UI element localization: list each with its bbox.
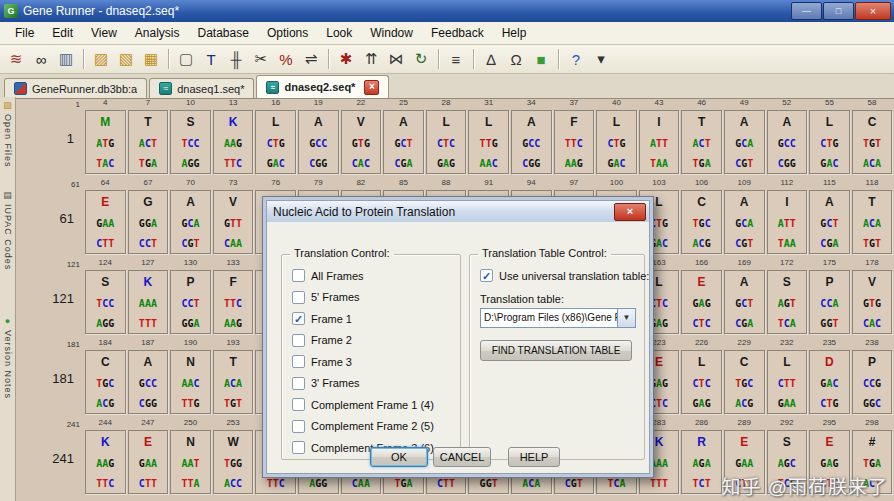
- menu-options[interactable]: Options: [258, 24, 317, 42]
- align-icon[interactable]: ⇈: [359, 47, 383, 71]
- codon-cell[interactable]: 25AGCTCGA: [382, 98, 425, 178]
- codon-cell[interactable]: 49AGCACGT: [723, 98, 766, 178]
- codon-cell[interactable]: 109AGCACGT: [723, 178, 766, 258]
- open-folder-icon[interactable]: ▨: [89, 47, 113, 71]
- help-icon[interactable]: ?: [564, 47, 588, 71]
- codon-cell[interactable]: 238PCCGGGC: [851, 338, 894, 418]
- codon-cell[interactable]: 4MATGTAC: [84, 98, 127, 178]
- cancel-button[interactable]: CANCEL: [433, 447, 491, 467]
- triangle-icon[interactable]: ∆: [479, 47, 503, 71]
- minimize-button[interactable]: —: [791, 2, 822, 20]
- codon-cell[interactable]: 73VGTTCAA: [212, 178, 255, 258]
- codon-cell[interactable]: 232LCTTGAA: [766, 338, 809, 418]
- codon-cell[interactable]: 118TACATGT: [851, 178, 894, 258]
- ok-button[interactable]: OK: [370, 447, 428, 467]
- new-document-icon[interactable]: ▢: [174, 47, 198, 71]
- codon-cell[interactable]: 31LTTGAAC: [467, 98, 510, 178]
- checkbox-complement-frame-1[interactable]: [292, 398, 305, 411]
- text-tool-icon[interactable]: T: [199, 47, 223, 71]
- codon-cell[interactable]: 166EGAGCTC: [680, 258, 723, 338]
- import-file-icon[interactable]: ▧: [114, 47, 138, 71]
- codon-cell[interactable]: 190NAACTTG: [169, 338, 212, 418]
- checkbox-frame-3[interactable]: [292, 355, 305, 368]
- codon-cell[interactable]: 115AGCTCGA: [808, 178, 851, 258]
- glasses-icon[interactable]: ∞: [29, 47, 53, 71]
- ruler-icon[interactable]: ╫: [224, 47, 248, 71]
- codon-cell[interactable]: 124STCCAGG: [84, 258, 127, 338]
- menu-analysis[interactable]: Analysis: [126, 24, 189, 42]
- codon-cell[interactable]: 106CTGCACG: [680, 178, 723, 258]
- save-file-icon[interactable]: ▦: [139, 47, 163, 71]
- codon-cell[interactable]: 10STCCAGG: [169, 98, 212, 178]
- codon-cell[interactable]: 40LCTGGAC: [595, 98, 638, 178]
- find-translation-table-button[interactable]: FIND TRANSLATION TABLE: [480, 340, 632, 361]
- codon-cell[interactable]: 253WTGGACC: [212, 418, 255, 498]
- sidebar-item-open-files[interactable]: ▨Open Files: [2, 100, 13, 168]
- codon-cell[interactable]: 178VGTGCAC: [851, 258, 894, 338]
- title-bar[interactable]: G Gene Runner - dnaseq2.seq* —□×: [0, 0, 894, 22]
- codon-cell[interactable]: 244KAAGTTC: [84, 418, 127, 498]
- codon-cell[interactable]: 34AGCCCGG: [510, 98, 553, 178]
- dialog-title-bar[interactable]: Nucleic Acid to Protein Translation ×: [266, 200, 650, 222]
- green-square-icon[interactable]: ■: [529, 47, 553, 71]
- maximize-button[interactable]: □: [823, 2, 854, 20]
- checkbox-frame-1[interactable]: ✓: [292, 312, 305, 325]
- checkbox-complement-frame-2[interactable]: [292, 420, 305, 433]
- menu-help[interactable]: Help: [493, 24, 536, 42]
- help-button[interactable]: HELP: [508, 447, 560, 467]
- codon-cell[interactable]: 127KAAATTT: [127, 258, 170, 338]
- tab-dnaseq1[interactable]: ≈dnaseq1.seq*: [149, 78, 254, 98]
- tab-generunner-db[interactable]: GeneRunner.db3bb:a: [4, 78, 147, 98]
- codon-cell[interactable]: 19AGCCCGG: [297, 98, 340, 178]
- hairpin-icon[interactable]: Ω: [504, 47, 528, 71]
- dimer-icon[interactable]: ⋈: [384, 47, 408, 71]
- menu-view[interactable]: View: [82, 24, 126, 42]
- percent-gc-icon[interactable]: %: [274, 47, 298, 71]
- codon-cell[interactable]: 286RAGATCT: [680, 418, 723, 498]
- sidebar-item-version-notes[interactable]: ●Version Notes: [2, 316, 13, 399]
- codon-cell[interactable]: 7TACTTGA: [127, 98, 170, 178]
- checkbox-all-frames[interactable]: [292, 269, 305, 282]
- codon-cell[interactable]: 64EGAACTT: [84, 178, 127, 258]
- codon-cell[interactable]: 28LCTCGAG: [425, 98, 468, 178]
- codon-cell[interactable]: 187AGCCCGG: [127, 338, 170, 418]
- codon-cell[interactable]: 184CTGCACG: [84, 338, 127, 418]
- menu-file[interactable]: File: [6, 24, 43, 42]
- dialog-close-icon[interactable]: ×: [614, 203, 646, 221]
- close-button[interactable]: ×: [855, 2, 891, 20]
- toolbar-options-chevron-icon[interactable]: ▾: [589, 47, 613, 71]
- menu-look[interactable]: Look: [317, 24, 361, 42]
- codon-cell[interactable]: 58CTGTACA: [851, 98, 894, 178]
- codon-cell[interactable]: 247EGAACTT: [127, 418, 170, 498]
- codon-cell[interactable]: 175PCCAGGT: [808, 258, 851, 338]
- translation-table-combobox[interactable]: D:\Program Files (x86)\Gene Ru ▼: [480, 308, 636, 328]
- codon-cell[interactable]: 43IATTTAA: [638, 98, 681, 178]
- codon-cell[interactable]: 172SAGTTCA: [766, 258, 809, 338]
- convert-icon[interactable]: ⇌: [299, 47, 323, 71]
- menu-database[interactable]: Database: [189, 24, 258, 42]
- checkbox-frame-2[interactable]: [292, 334, 305, 347]
- checkbox-five-prime-frames[interactable]: [292, 291, 305, 304]
- checkbox-use-universal-table[interactable]: ✓: [480, 269, 493, 282]
- codon-cell[interactable]: 55LCTGGAC: [808, 98, 851, 178]
- checkbox-complement-frame-3[interactable]: [292, 441, 305, 454]
- menu-window[interactable]: Window: [361, 24, 422, 42]
- codon-cell[interactable]: 133FTTCAAG: [212, 258, 255, 338]
- codon-cell[interactable]: 16LCTGGAC: [254, 98, 297, 178]
- codon-cell[interactable]: 37FTTCAAG: [553, 98, 596, 178]
- menu-edit[interactable]: Edit: [43, 24, 82, 42]
- recalc-icon[interactable]: ↻: [409, 47, 433, 71]
- codon-cell[interactable]: 235DGACCTG: [808, 338, 851, 418]
- codon-cell[interactable]: 70AGCACGT: [169, 178, 212, 258]
- columns-icon[interactable]: ▥: [54, 47, 78, 71]
- codon-cell[interactable]: 193TACATGT: [212, 338, 255, 418]
- cut-icon[interactable]: ✂: [249, 47, 273, 71]
- codon-cell[interactable]: 130PCCTGGA: [169, 258, 212, 338]
- tab-close-icon[interactable]: ×: [364, 80, 379, 95]
- codon-cell[interactable]: 13KAAGTTC: [212, 98, 255, 178]
- tab-dnaseq2[interactable]: ≈dnaseq2.seq*×: [256, 75, 389, 98]
- codon-cell[interactable]: 250NAATTTA: [169, 418, 212, 498]
- checkbox-three-prime-frames[interactable]: [292, 377, 305, 390]
- menu-feedback[interactable]: Feedback: [422, 24, 493, 42]
- codon-cell[interactable]: 226LCTCGAG: [680, 338, 723, 418]
